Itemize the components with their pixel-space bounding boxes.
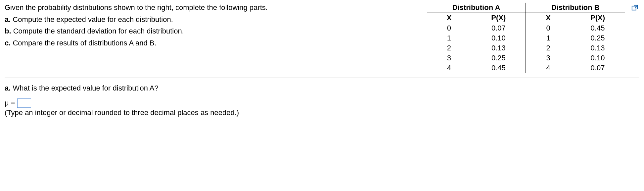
dist-a-title: Distribution A <box>427 3 526 13</box>
table-row: 4 0.45 4 0.07 <box>427 63 625 73</box>
part-c-text: Compare the results of distributions A a… <box>11 39 156 47</box>
answer-hint: (Type an integer or decimal rounded to t… <box>5 108 639 117</box>
cell-a-x: 4 <box>427 63 472 73</box>
question-a: a. What is the expected value for distri… <box>5 84 639 93</box>
distribution-tables: Distribution A Distribution B X P(X) X P… <box>427 3 639 73</box>
table-row: 2 0.13 2 0.13 <box>427 43 625 53</box>
cell-a-px: 0.07 <box>471 23 526 33</box>
popout-button[interactable] <box>630 3 639 13</box>
col-b-x: X <box>526 13 571 23</box>
cell-a-px: 0.13 <box>471 43 526 53</box>
question-a-label: a. <box>5 84 11 92</box>
question-block: a. What is the expected value for distri… <box>5 84 639 117</box>
cell-b-px: 0.10 <box>571 53 625 63</box>
cell-b-px: 0.25 <box>571 33 625 43</box>
cell-b-x: 1 <box>526 33 571 43</box>
dist-b-title: Distribution B <box>526 3 625 13</box>
answer-line: μ = <box>5 98 639 108</box>
cell-b-x: 2 <box>526 43 571 53</box>
part-a-text: Compute the expected value for each dist… <box>11 15 173 24</box>
col-b-px: P(X) <box>571 13 625 23</box>
part-a: a. Compute the expected value for each d… <box>5 15 414 25</box>
col-a-x: X <box>427 13 472 23</box>
popout-icon <box>631 4 638 12</box>
part-c: c. Compare the results of distributions … <box>5 38 414 48</box>
svg-rect-0 <box>632 6 636 10</box>
col-a-px: P(X) <box>471 13 526 23</box>
cell-b-px: 0.07 <box>571 63 625 73</box>
distribution-table: Distribution A Distribution B X P(X) X P… <box>427 3 625 73</box>
cell-a-x: 0 <box>427 23 472 33</box>
cell-b-x: 3 <box>526 53 571 63</box>
cell-a-px: 0.25 <box>471 53 526 63</box>
mu-input[interactable] <box>17 98 31 108</box>
cell-a-px: 0.10 <box>471 33 526 43</box>
cell-a-px: 0.45 <box>471 63 526 73</box>
problem-text: Given the probability distributions show… <box>5 3 427 50</box>
cell-a-x: 1 <box>427 33 472 43</box>
table-row: 3 0.25 3 0.10 <box>427 53 625 63</box>
part-c-label: c. <box>5 39 11 47</box>
part-b-label: b. <box>5 27 11 35</box>
problem-page: Given the probability distributions show… <box>0 0 644 130</box>
divider <box>5 78 639 78</box>
cell-b-px: 0.45 <box>571 23 625 33</box>
table-row: 1 0.10 1 0.25 <box>427 33 625 43</box>
cell-b-x: 0 <box>526 23 571 33</box>
mu-label: μ = <box>5 99 15 107</box>
intro-text: Given the probability distributions show… <box>5 3 414 13</box>
part-a-label: a. <box>5 15 11 24</box>
cell-b-px: 0.13 <box>571 43 625 53</box>
cell-a-x: 2 <box>427 43 472 53</box>
part-b-text: Compute the standard deviation for each … <box>11 27 184 35</box>
top-row: Given the probability distributions show… <box>5 3 639 73</box>
cell-a-x: 3 <box>427 53 472 63</box>
part-b: b. Compute the standard deviation for ea… <box>5 26 414 36</box>
cell-b-x: 4 <box>526 63 571 73</box>
question-a-text: What is the expected value for distribut… <box>11 84 158 92</box>
table-row: 0 0.07 0 0.45 <box>427 23 625 33</box>
